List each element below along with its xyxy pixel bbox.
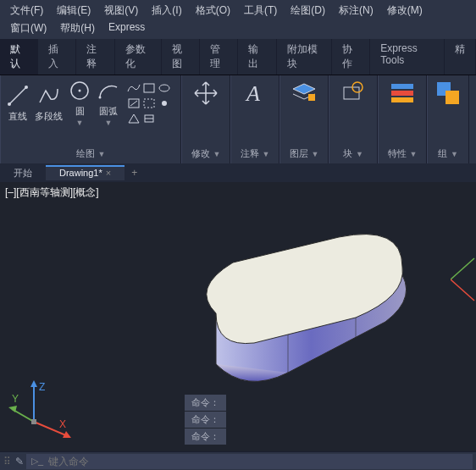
panel-block-title[interactable]: 块▼ (333, 146, 374, 162)
panel-modify-title[interactable]: 修改▼ (185, 146, 226, 162)
ribbon-tab-parametric[interactable]: 参数化 (115, 39, 162, 75)
ribbon-tab-annotate[interactable]: 注释 (76, 39, 114, 75)
add-file-tab[interactable]: + (125, 164, 144, 181)
menu-help[interactable]: 帮助(H) (53, 19, 102, 37)
chevron-down-icon: ▼ (312, 150, 319, 158)
panel-layers: 图层▼ (280, 75, 329, 163)
ribbon-tab-precision[interactable]: 精 (445, 39, 476, 75)
svg-point-7 (159, 85, 169, 91)
tool-line-label: 直线 (8, 110, 27, 123)
close-icon[interactable]: × (106, 168, 111, 178)
drag-handle-icon[interactable]: ⠿ (3, 456, 9, 467)
tool-group[interactable] (431, 77, 465, 109)
panel-layers-title[interactable]: 图层▼ (284, 146, 324, 162)
menu-view[interactable]: 视图(V) (97, 2, 145, 19)
file-tabbar: 开始 Drawing1*× + (0, 163, 476, 182)
tool-hatch[interactable] (127, 97, 141, 109)
menu-modify[interactable]: 修改(M) (380, 2, 429, 19)
panel-draw-title[interactable]: 绘图▼ (4, 146, 177, 162)
ribbon-tab-express[interactable]: Express Tools (370, 39, 445, 75)
svg-line-9 (130, 101, 137, 106)
tool-donut[interactable] (142, 113, 156, 124)
svg-marker-26 (30, 380, 37, 387)
chevron-down-icon: ▼ (76, 119, 84, 127)
command-input-box[interactable]: ▷_ (26, 454, 473, 469)
menu-file[interactable]: 文件(F) (3, 2, 50, 19)
tool-region[interactable] (142, 97, 156, 109)
tool-polyline-label: 多段线 (35, 110, 63, 123)
menu-insert[interactable]: 插入(I) (145, 2, 188, 19)
viewport-label[interactable]: [–][西南等轴测][概念] (5, 185, 99, 200)
compass-hint (451, 250, 476, 309)
chevron-down-icon: ▼ (410, 150, 418, 158)
svg-rect-15 (308, 94, 315, 101)
block-icon (339, 79, 368, 108)
svg-point-2 (25, 86, 28, 89)
command-history-line: 命令： (185, 395, 226, 411)
tool-ellipse[interactable] (158, 82, 171, 94)
circle-icon (68, 79, 91, 102)
tool-circle[interactable]: 圆 ▼ (66, 77, 93, 129)
panel-group-title[interactable]: 组▼ (431, 146, 465, 162)
customize-icon[interactable]: ✎ (15, 456, 24, 467)
tool-text[interactable]: A (235, 77, 275, 109)
tool-polyline[interactable]: 多段线 (33, 82, 64, 124)
tool-arc-label: 圆弧 (99, 105, 118, 118)
menubar: 文件(F) 编辑(E) 视图(V) 插入(I) 格式(O) 工具(T) 绘图(D… (0, 0, 476, 39)
3d-solid-obround (186, 233, 432, 394)
tool-boundary[interactable] (127, 113, 141, 124)
menu-window[interactable]: 窗口(W) (3, 19, 53, 37)
ribbon-tab-collab[interactable]: 协作 (332, 39, 370, 75)
menu-format[interactable]: 格式(O) (189, 2, 237, 19)
menu-dimension[interactable]: 标注(N) (332, 2, 380, 19)
group-icon (434, 79, 462, 108)
command-history-line: 命令： (185, 412, 226, 428)
layers-icon (290, 79, 318, 108)
tool-block[interactable] (333, 77, 374, 109)
axis-y-label: Y (12, 393, 19, 405)
ribbon-tab-insert[interactable]: 插入 (38, 39, 76, 75)
tool-circle-label: 圆 (75, 105, 85, 118)
tool-point[interactable] (158, 97, 171, 109)
ribbon-tab-default[interactable]: 默认 (0, 39, 38, 75)
svg-line-0 (9, 87, 26, 104)
tool-layers[interactable] (284, 77, 324, 109)
svg-point-11 (162, 101, 167, 106)
file-tab-start[interactable]: 开始 (0, 164, 46, 182)
viewport[interactable]: [–][西南等轴测][概念] (0, 182, 476, 451)
tool-arc[interactable]: 圆弧 ▼ (95, 77, 122, 129)
ribbon-tabbar: 默认 插入 注释 参数化 视图 管理 输出 附加模块 协作 Express To… (0, 39, 476, 75)
menu-tools[interactable]: 工具(T) (237, 2, 284, 19)
command-input[interactable] (48, 456, 468, 467)
svg-rect-6 (144, 84, 154, 92)
svg-point-1 (8, 102, 11, 106)
svg-line-23 (451, 258, 474, 279)
panel-annotate-title[interactable]: 注释▼ (235, 146, 275, 162)
menu-express[interactable]: Express (102, 19, 152, 37)
menu-edit[interactable]: 编辑(E) (50, 2, 97, 19)
ribbon-tab-view[interactable]: 视图 (162, 39, 200, 75)
panel-properties-title[interactable]: 特性▼ (382, 146, 423, 162)
tool-spline[interactable] (127, 82, 141, 94)
svg-rect-10 (144, 99, 154, 108)
tool-line[interactable]: 直线 (4, 82, 31, 124)
ribbon-tab-output[interactable]: 输出 (238, 39, 276, 75)
tool-move[interactable] (185, 77, 226, 109)
ribbon-tab-manage[interactable]: 管理 (200, 39, 238, 75)
svg-line-24 (451, 279, 474, 301)
svg-rect-31 (31, 419, 36, 424)
chevron-down-icon: ▼ (98, 150, 106, 158)
arc-icon (97, 79, 120, 102)
file-tab-drawing1[interactable]: Drawing1*× (46, 165, 125, 180)
text-icon: A (241, 79, 269, 108)
menu-draw[interactable]: 绘图(D) (284, 2, 332, 19)
chevron-down-icon: ▼ (213, 150, 221, 158)
tool-properties[interactable] (382, 77, 423, 109)
command-history: 命令： 命令： 命令： (185, 395, 226, 445)
tool-rectangle[interactable] (142, 82, 156, 94)
line-icon (6, 84, 30, 108)
svg-text:A: A (245, 81, 260, 106)
ribbon-tab-addon[interactable]: 附加模块 (277, 39, 332, 75)
panel-group: 组▼ (427, 75, 469, 163)
svg-rect-16 (344, 87, 359, 99)
